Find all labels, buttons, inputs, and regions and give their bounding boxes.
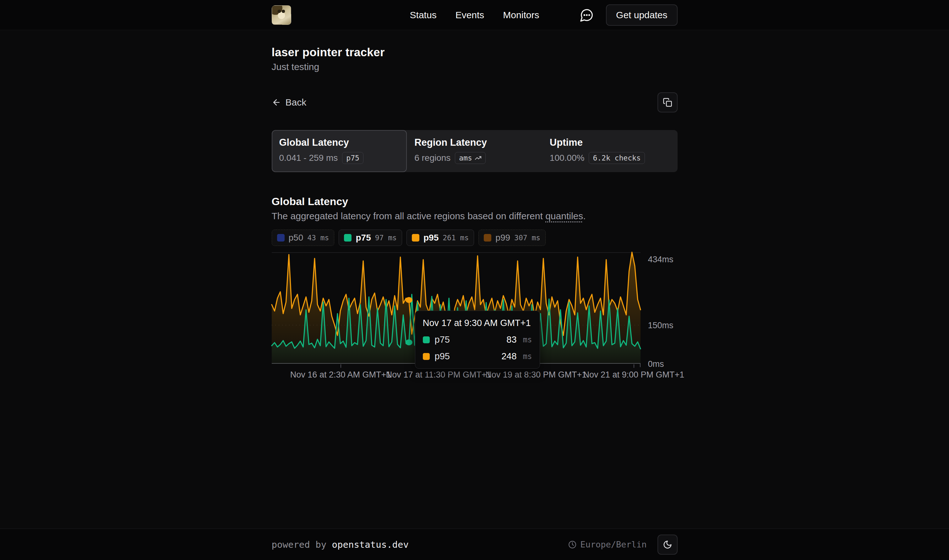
section-description-period: . [583, 211, 586, 221]
section-description-text: The aggregated latency from all active r… [272, 211, 546, 221]
message-bubble-dots-icon [580, 8, 594, 22]
main-content: laser pointer tracker Just testing Back [0, 30, 949, 387]
get-updates-button[interactable]: Get updates [606, 5, 677, 26]
latency-chart[interactable]: 434ms 150ms 0ms Nov 16 at 2:30 AM GMT+1 … [272, 252, 678, 387]
section-title: Global Latency [272, 195, 678, 208]
trending-up-icon [475, 154, 481, 162]
tooltip-p75-label: p75 [435, 334, 450, 345]
tooltip-row-p75: p75 83 ms [423, 334, 532, 345]
x-axis-tick [634, 364, 634, 368]
tooltip-p75-value: 83 [506, 334, 517, 345]
page-title: laser pointer tracker [272, 46, 678, 59]
tab-uptime-title: Uptime [550, 137, 670, 148]
tab-region-latency-value: 6 regions [414, 153, 451, 163]
theme-toggle-button[interactable] [657, 535, 678, 555]
tooltip-p75-swatch [423, 336, 430, 343]
tooltip-p95-unit: ms [523, 352, 532, 361]
p50-value: 43 ms [307, 234, 329, 242]
back-label: Back [286, 97, 307, 108]
y-tick-434ms: 434ms [648, 255, 674, 265]
tab-uptime-value: 100.00% [550, 153, 584, 163]
page-footer: powered by openstatus.dev Europe/Berlin [0, 529, 949, 560]
openstatus-link[interactable]: openstatus.dev [332, 539, 409, 550]
x-tick-nov19: Nov 19 at 8:30 PM GMT+1 [485, 370, 586, 380]
tab-uptime-badge: 6.2k checks [589, 152, 644, 164]
x-tick-nov17: Nov 17 at 11:30 PM GMT+1 [386, 370, 491, 380]
moon-icon [663, 540, 672, 549]
x-tick-nov16: Nov 16 at 2:30 AM GMT+1 [290, 370, 391, 380]
arrow-left-icon [272, 98, 281, 107]
clock-icon [568, 540, 577, 549]
x-tick-nov21: Nov 21 at 9:00 PM GMT+1 [583, 370, 684, 380]
legend-chip-p50[interactable]: p50 43 ms [272, 229, 335, 246]
tab-region-latency-title: Region Latency [414, 137, 535, 148]
y-tick-150ms: 150ms [648, 321, 674, 331]
nav-link-status[interactable]: Status [410, 10, 437, 20]
tooltip-p95-value: 248 [501, 351, 517, 362]
tooltip-timestamp: Nov 17 at 9:30 AM GMT+1 [423, 318, 532, 328]
p75-label: p75 [355, 233, 371, 243]
y-tick-0ms: 0ms [648, 359, 664, 369]
p95-value: 261 ms [443, 234, 469, 242]
p50-color-swatch [277, 234, 285, 242]
tab-region-latency-badge-label: ams [459, 154, 472, 162]
legend-chip-p75[interactable]: p75 97 ms [338, 229, 402, 246]
page-subtitle: Just testing [272, 62, 678, 72]
feedback-chat-button[interactable] [580, 8, 594, 22]
nav-link-monitors[interactable]: Monitors [503, 10, 539, 20]
tab-region-latency-badge: ams [455, 152, 486, 164]
tooltip-p95-swatch [423, 353, 430, 360]
status-page-logo[interactable] [272, 5, 291, 25]
nav-link-events[interactable]: Events [455, 10, 484, 20]
p99-value: 307 ms [514, 234, 540, 242]
quantiles-link[interactable]: quantiles [545, 211, 583, 221]
legend-chip-p95[interactable]: p95 261 ms [406, 229, 474, 246]
p75-value: 97 ms [375, 234, 397, 242]
tab-global-latency-badge: p75 [342, 152, 363, 164]
metric-tabs: Global Latency 0.041 - 259 ms p75 Region… [272, 130, 678, 172]
p99-color-swatch [484, 234, 491, 242]
p50-label: p50 [289, 233, 303, 243]
powered-by: powered by openstatus.dev [272, 539, 409, 550]
copy-link-button[interactable] [657, 92, 678, 112]
tooltip-p95-label: p95 [435, 351, 450, 362]
back-button[interactable]: Back [272, 97, 307, 108]
timezone-label: Europe/Berlin [580, 540, 646, 549]
y-axis: 434ms 150ms 0ms [648, 252, 678, 364]
p95-label: p95 [423, 233, 438, 243]
copy-icon [663, 98, 672, 107]
tooltip-row-p95: p95 248 ms [423, 351, 532, 362]
p75-color-swatch [344, 234, 352, 242]
tab-uptime[interactable]: Uptime 100.00% 6.2k checks [542, 130, 678, 172]
top-nav: Status Events Monitors Get updates [0, 0, 949, 30]
quantile-legend: p50 43 ms p75 97 ms p95 261 ms p99 307 m… [272, 229, 678, 246]
tab-region-latency[interactable]: Region Latency 6 regions ams [407, 130, 542, 172]
section-description: The aggregated latency from all active r… [272, 211, 678, 222]
nav-links: Status Events Monitors [410, 10, 539, 20]
legend-chip-p99[interactable]: p99 307 ms [478, 229, 546, 246]
p99-label: p99 [495, 233, 510, 243]
tab-global-latency-title: Global Latency [279, 137, 400, 148]
timezone-display: Europe/Berlin [568, 540, 646, 549]
tab-global-latency-value: 0.041 - 259 ms [279, 153, 338, 163]
p95-color-swatch [412, 234, 419, 242]
tooltip-p75-unit: ms [523, 335, 532, 344]
tab-global-latency[interactable]: Global Latency 0.041 - 259 ms p75 [272, 130, 407, 172]
powered-by-text: powered by [272, 539, 332, 550]
x-axis-tick [340, 364, 341, 368]
chart-tooltip: Nov 17 at 9:30 AM GMT+1 p75 83 ms p95 24… [415, 311, 540, 369]
